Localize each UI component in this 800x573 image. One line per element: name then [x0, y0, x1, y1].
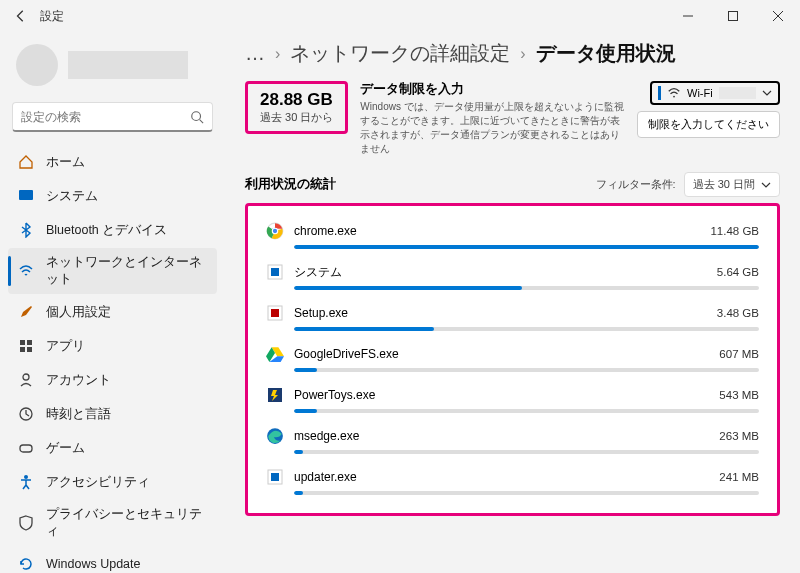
sidebar-item-label: ホーム — [46, 154, 85, 171]
total-usage-period: 過去 30 日から — [260, 110, 333, 125]
minimize-icon — [683, 11, 693, 21]
update-icon — [18, 556, 34, 572]
accessibility-icon — [18, 474, 34, 490]
sidebar-item-label: ネットワークとインターネット — [46, 254, 207, 288]
search-box[interactable] — [12, 102, 213, 132]
app-usage-value: 3.48 GB — [717, 307, 759, 319]
minimize-button[interactable] — [665, 0, 710, 32]
user-name-redacted — [68, 51, 188, 79]
app-icon — [266, 263, 284, 281]
app-name: システム — [294, 264, 707, 281]
app-icon — [266, 345, 284, 363]
breadcrumb-parent[interactable]: ネットワークの詳細設定 — [290, 40, 510, 67]
user-account[interactable] — [8, 36, 217, 102]
usage-row: Setup.exe3.48 GB — [266, 296, 759, 337]
app-icon — [266, 386, 284, 404]
breadcrumb-more[interactable]: … — [245, 42, 265, 65]
sidebar-item-privacy[interactable]: プライバシーとセキュリティ — [8, 500, 217, 546]
sidebar-item-label: 時刻と言語 — [46, 406, 111, 423]
window-controls — [665, 0, 800, 32]
enter-limit-button[interactable]: 制限を入力してください — [637, 111, 780, 138]
sidebar-item-time-language[interactable]: 時刻と言語 — [8, 398, 217, 430]
svg-point-14 — [24, 475, 28, 479]
usage-stats-title: 利用状況の統計 — [245, 176, 336, 193]
app-name: GoogleDriveFS.exe — [294, 347, 709, 361]
data-limit-card: データ制限を入力 Windows では、データ使用量が上限を超えないように監視す… — [360, 81, 625, 156]
sidebar-item-home[interactable]: ホーム — [8, 146, 217, 178]
app-usage-value: 5.64 GB — [717, 266, 759, 278]
breadcrumb: … › ネットワークの詳細設定 › データ使用状況 — [245, 40, 780, 67]
svg-point-4 — [192, 111, 201, 120]
back-button[interactable] — [12, 7, 30, 25]
usage-row: updater.exe241 MB — [266, 460, 759, 501]
svg-point-11 — [23, 374, 29, 380]
sidebar-item-label: システム — [46, 188, 98, 205]
total-usage-value: 28.88 GB — [260, 90, 333, 110]
close-icon — [773, 11, 783, 21]
svg-rect-1 — [728, 12, 737, 21]
network-selector[interactable]: Wi-Fi — [650, 81, 780, 105]
usage-row: システム5.64 GB — [266, 255, 759, 296]
usage-row: chrome.exe11.48 GB — [266, 214, 759, 255]
clock-icon — [18, 406, 34, 422]
chevron-down-icon — [761, 180, 771, 190]
close-button[interactable] — [755, 0, 800, 32]
app-icon — [266, 427, 284, 445]
sidebar-item-label: プライバシーとセキュリティ — [46, 506, 207, 540]
sidebar-item-label: ゲーム — [46, 440, 85, 457]
network-name-redacted — [719, 87, 756, 99]
bluetooth-icon — [18, 222, 34, 238]
usage-row: msedge.exe263 MB — [266, 419, 759, 460]
accent-bar — [658, 86, 661, 100]
brush-icon — [18, 304, 34, 320]
app-name: PowerToys.exe — [294, 388, 709, 402]
person-icon — [18, 372, 34, 388]
home-icon — [18, 154, 34, 170]
sidebar-item-gaming[interactable]: ゲーム — [8, 432, 217, 464]
app-usage-value: 11.48 GB — [710, 225, 759, 237]
sidebar-item-network[interactable]: ネットワークとインターネット — [8, 248, 217, 294]
maximize-button[interactable] — [710, 0, 755, 32]
sidebar-item-personalization[interactable]: 個人用設定 — [8, 296, 217, 328]
sidebar-item-label: 個人用設定 — [46, 304, 111, 321]
usage-bar — [294, 491, 759, 495]
sidebar-item-label: アクセシビリティ — [46, 474, 150, 491]
usage-bar — [294, 286, 759, 290]
main-content: … › ネットワークの詳細設定 › データ使用状況 28.88 GB 過去 30… — [225, 32, 800, 573]
svg-point-15 — [673, 96, 675, 98]
data-limit-description: Windows では、データ使用量が上限を超えないように監視することができます。… — [360, 100, 625, 156]
svg-rect-26 — [271, 473, 279, 481]
app-icon — [266, 304, 284, 322]
usage-bar — [294, 327, 759, 331]
usage-bar — [294, 245, 759, 249]
svg-rect-8 — [27, 340, 32, 345]
svg-rect-10 — [27, 347, 32, 352]
sidebar-item-apps[interactable]: アプリ — [8, 330, 217, 362]
app-icon — [266, 222, 284, 240]
avatar — [16, 44, 58, 86]
apps-icon — [18, 338, 34, 354]
sidebar-item-accessibility[interactable]: アクセシビリティ — [8, 466, 217, 498]
sidebar-item-label: アプリ — [46, 338, 85, 355]
maximize-icon — [728, 11, 738, 21]
usage-row: PowerToys.exe543 MB — [266, 378, 759, 419]
titlebar: 設定 — [0, 0, 800, 32]
sidebar-item-system[interactable]: システム — [8, 180, 217, 212]
sidebar-item-bluetooth[interactable]: Bluetooth とデバイス — [8, 214, 217, 246]
sidebar-item-accounts[interactable]: アカウント — [8, 364, 217, 396]
app-icon — [266, 468, 284, 486]
app-name: updater.exe — [294, 470, 709, 484]
svg-point-18 — [272, 228, 277, 233]
chevron-right-icon: › — [275, 45, 280, 63]
wifi-icon — [667, 86, 681, 100]
filter-dropdown[interactable]: 過去 30 日間 — [684, 172, 780, 197]
app-name: msedge.exe — [294, 429, 709, 443]
chevron-right-icon: › — [520, 45, 525, 63]
search-input[interactable] — [21, 110, 190, 124]
arrow-left-icon — [14, 9, 28, 23]
svg-rect-13 — [20, 445, 32, 452]
svg-rect-20 — [271, 268, 279, 276]
sidebar-item-label: Windows Update — [46, 557, 141, 571]
sidebar-item-windows-update[interactable]: Windows Update — [8, 548, 217, 573]
window-title: 設定 — [40, 8, 64, 25]
